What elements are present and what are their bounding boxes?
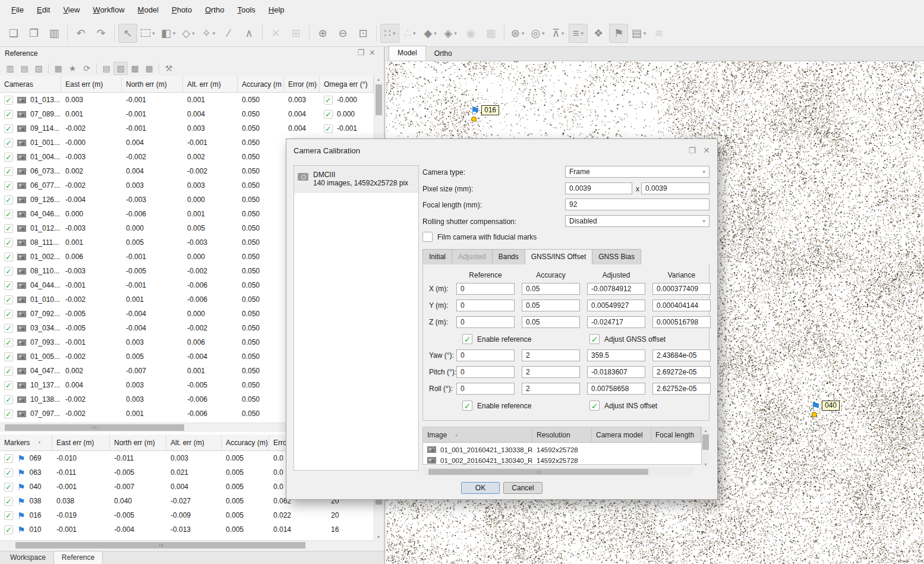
menu-workflow[interactable]: Workflow [86,1,131,18]
column-header-alt-err-m-[interactable]: Alt. err (m) [166,434,222,450]
view-estimated-values-button[interactable]: ▩ [128,62,142,75]
update-estimates-button[interactable]: ⟳ [80,62,94,75]
camera-enabled-checkbox[interactable]: ✓ [4,409,13,418]
point-cloud-view-button[interactable]: ∷▾ [380,24,399,43]
view-errors-button[interactable]: ▨ [113,62,128,75]
menu-file[interactable]: File [5,1,30,18]
offset-xyz-ref-input[interactable]: 0 [456,316,515,328]
menu-edit[interactable]: Edit [30,1,56,18]
show-images-button[interactable]: ▤▾ [629,24,648,43]
dropdown-arrow-icon[interactable]: ▾ [213,30,216,36]
camera-enabled-checkbox[interactable]: ✓ [4,196,13,204]
column-header-alt-err-m-[interactable]: Alt. err (m) [183,76,238,92]
save-project-button[interactable]: ▥ [45,24,64,43]
image-row[interactable]: 01_002_20160421_130340_RGB14592x25728 [423,456,701,464]
camera-enabled-checkbox[interactable]: ✓ [4,395,13,404]
camera-group-item[interactable]: DMCIII 140 images, 14592x25728 pix [294,166,418,193]
reference-settings-button[interactable]: ⚒ [162,62,176,75]
dropdown-arrow-icon[interactable]: ▾ [152,30,155,36]
show-camera-stations-button[interactable]: ⊼▾ [548,24,567,43]
ruler-button[interactable]: ∕ [219,24,238,43]
camera-enabled-checkbox[interactable]: ✓ [4,338,13,347]
marker-enabled-checkbox[interactable]: ✓ [4,511,13,520]
fit-view-button[interactable]: ⊡ [354,24,373,43]
tab-gnss-ins-offset[interactable]: GNSS/INS Offset [525,249,592,265]
column-header-east-err-m-[interactable]: East err (m) [61,76,122,92]
new-project-button[interactable]: ❏ [4,24,23,43]
menu-ortho[interactable]: Ortho [198,1,231,18]
offset-xyz-adj-input[interactable]: -0.00784912 [587,283,645,295]
dropdown-arrow-icon[interactable]: ▾ [454,30,457,36]
offset-xyz-acc-input[interactable]: 0.05 [522,300,580,311]
camera-enabled-checkbox[interactable]: ✓ [4,153,13,162]
camera-enabled-checkbox[interactable]: ✓ [4,138,13,147]
offset-rotation-acc-input[interactable]: 2 [522,366,580,378]
camera-enabled-checkbox[interactable]: ✓ [4,110,13,119]
model-textured-view-button[interactable]: ◈▾ [441,24,460,43]
marker-enabled-checkbox[interactable]: ✓ [4,454,13,463]
undo-button[interactable]: ↶ [71,24,90,43]
omega-checkbox[interactable]: ✓ [324,110,333,119]
image-row[interactable]: 01_001_20160421_130338_RGB14592x25728 [423,443,701,456]
close-dialog-icon[interactable]: ✕ [703,146,710,155]
image-column-image[interactable]: Image▴ [423,427,532,442]
camera-enabled-checkbox[interactable]: ✓ [4,295,13,304]
dropdown-arrow-icon[interactable]: ▾ [434,30,437,36]
dropdown-arrow-icon[interactable]: ▾ [562,30,565,36]
camera-enabled-checkbox[interactable]: ✓ [4,352,13,361]
adjust-gnss-offset-checkbox[interactable]: ✓ [589,334,600,344]
viewport-tab-ortho[interactable]: Ortho [426,47,461,61]
import-reference-button[interactable]: ▥ [3,62,17,75]
dropdown-arrow-icon[interactable]: ▾ [192,30,195,36]
viewport-tab-model[interactable]: Model [389,46,426,61]
marker-row[interactable]: ✓⚑016-0.019-0.005-0.0090.0050.02220 [0,508,374,522]
camera-enabled-checkbox[interactable]: ✓ [4,238,13,247]
column-header-north-err-m-[interactable]: North err (m) [110,434,166,450]
offset-xyz-acc-input[interactable]: 0.05 [522,316,580,328]
omega-checkbox[interactable]: ✓ [324,124,333,133]
offset-rotation-adj-input[interactable]: 359.5 [587,349,645,361]
camera-enabled-checkbox[interactable]: ✓ [4,124,13,133]
pixel-size-y-input[interactable]: 0.0039 [641,182,709,194]
camera-enabled-checkbox[interactable]: ✓ [4,381,13,390]
offset-rotation-adj-input[interactable]: -0.0183607 [587,366,645,378]
zoom-in-button[interactable]: ⊕ [313,24,332,43]
camera-enabled-checkbox[interactable]: ✓ [4,281,13,290]
pixel-size-x-input[interactable]: 0.0039 [565,182,632,194]
dropdown-arrow-icon[interactable]: ▾ [522,30,525,36]
marker-enabled-checkbox[interactable]: ✓ [4,468,13,477]
column-header-east-err-m-[interactable]: East err (m) [52,434,110,450]
export-reference-button[interactable]: ▤ [17,62,31,75]
image-column-resolution[interactable]: Resolution [532,427,592,442]
column-header-accuracy-m[interactable]: Accuracy (m [238,76,284,92]
zoom-out-button[interactable]: ⊖ [333,24,352,43]
camera-row[interactable]: ✓09_114...-0.002-0.0010.0030.0500.004✓-0… [0,121,374,136]
camera-enabled-checkbox[interactable]: ✓ [4,181,13,190]
film-camera-checkbox[interactable] [422,232,433,242]
float-panel-icon[interactable]: ❐ [357,49,364,56]
move-region-button[interactable]: ◧▾ [159,24,178,43]
offset-rotation-ref-input[interactable]: 0 [456,349,515,361]
redo-button[interactable]: ↷ [92,24,111,43]
marker-enabled-checkbox[interactable]: ✓ [4,483,13,491]
offset-xyz-adj-input[interactable]: 0.00549927 [587,300,645,311]
tab-initial[interactable]: Initial [422,249,452,265]
panel-tab-workspace[interactable]: Workspace [2,552,53,564]
show-labels-button[interactable]: ≡▾ [569,24,588,43]
dropdown-arrow-icon[interactable]: ▾ [393,30,396,36]
camera-enabled-checkbox[interactable]: ✓ [4,96,13,105]
camera-row[interactable]: ✓07_089...0.001-0.0010.0040.0500.004✓0.0… [0,107,374,121]
offset-xyz-ref-input[interactable]: 0 [456,300,515,311]
offset-rotation-acc-input[interactable]: 2 [522,349,580,361]
rolling-shutter-combo[interactable]: Disabled [565,215,709,227]
ok-button[interactable]: OK [461,482,500,494]
enable-reference-ins-checkbox[interactable]: ✓ [462,401,472,411]
offset-rotation-ref-input[interactable]: 0 [456,366,515,378]
menu-help[interactable]: Help [262,1,291,18]
menu-photo[interactable]: Photo [165,1,198,18]
show-shapes-button[interactable]: ❖ [589,24,608,43]
view-variance-button[interactable]: ▦ [142,62,156,75]
cancel-button[interactable]: Cancel [503,482,543,494]
omega-checkbox[interactable]: ✓ [324,96,333,105]
offset-rotation-var-input[interactable]: 2.43684e-05 [652,349,711,361]
